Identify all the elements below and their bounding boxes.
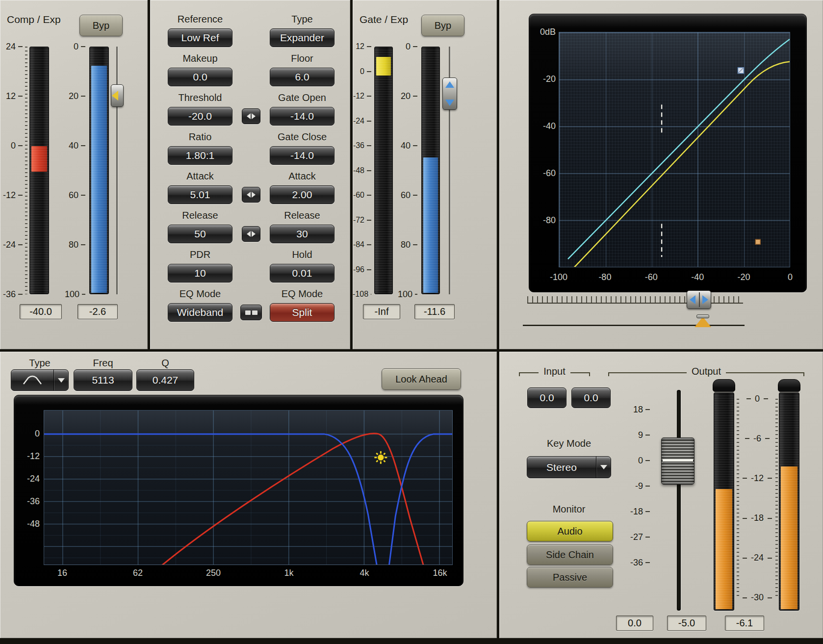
transfer-curve-yellow: [574, 62, 790, 267]
transfer-graph-frame: 0dB -20 -40 -60 -80 -100: [529, 14, 807, 292]
type-value-button[interactable]: Expander: [270, 28, 334, 47]
attack-link-button[interactable]: [242, 187, 260, 203]
gate-attack-value-button[interactable]: 2.00: [270, 185, 334, 204]
gate-exp-panel: Gate / Exp Byp 12 0 -12 -24 -36 -48 -60 …: [353, 0, 497, 349]
output-gain-readout: 0.0: [616, 616, 653, 631]
comp-release-value-button[interactable]: 50: [168, 225, 232, 243]
reference-value-button[interactable]: Low Ref: [168, 28, 232, 47]
hold-label: Hold: [270, 249, 334, 260]
gate-key-readout: -Inf: [363, 304, 400, 319]
key-mode-arrow-button[interactable]: [596, 457, 611, 478]
comp-threshold-arrow-icon: [112, 91, 118, 101]
transfer-position-handle-cap[interactable]: [696, 314, 709, 318]
io-panel: Input 0.0 0.0 Output Key Mode Stereo Mon…: [499, 352, 823, 638]
comp-gr-meter-fill: [31, 146, 47, 172]
link-left-arrow-icon: [247, 192, 251, 198]
link-right-arrow-icon: [252, 231, 256, 237]
link-left-arrow-icon: [247, 231, 251, 237]
release-link-button[interactable]: [242, 226, 260, 242]
threshold-value-button[interactable]: -20.0: [168, 107, 232, 126]
monitor-passive-button[interactable]: Passive: [527, 567, 613, 588]
gate-attack-label: Attack: [270, 171, 334, 182]
comp-threshold-readout: -40.0: [20, 304, 62, 319]
eq-x-axis: 16 62 250 1k 4k 16k: [48, 568, 455, 578]
ratio-label: Ratio: [168, 131, 232, 143]
output-meter-right-readout: -6.1: [725, 616, 764, 631]
input-gain-right-button[interactable]: 0.0: [571, 387, 611, 408]
monitor-side-chain-button[interactable]: Side Chain: [527, 544, 613, 565]
plugin-window: Comp / Exp Byp 24 12 0 -12 -24 -36 0 20 …: [0, 0, 823, 644]
comp-bypass-button[interactable]: Byp: [79, 15, 123, 36]
transfer-position-handle[interactable]: [694, 317, 711, 327]
comp-gr-scale: 24 12 0 -12 -24 -36: [1, 42, 23, 299]
comp-exp-title: Comp / Exp: [7, 14, 61, 26]
filter-type-dropdown[interactable]: [11, 369, 69, 391]
comp-eq-mode-button[interactable]: Wideband: [168, 303, 232, 322]
transfer-x-axis: -100 -80 -60 -40 -20 0: [544, 272, 805, 283]
gate-eq-mode-button[interactable]: Split: [270, 303, 334, 322]
eq-y-axis: 0 -12 -24 -36 -48: [18, 429, 40, 528]
output-fader-track[interactable]: [677, 390, 681, 611]
makeup-value-button[interactable]: 0.0: [168, 68, 232, 86]
comp-attack-label: Attack: [168, 171, 232, 182]
input-gain-left-button[interactable]: 0.0: [527, 387, 566, 408]
transfer-position-slider-track[interactable]: [523, 325, 745, 326]
output-meter-right: [779, 392, 799, 611]
reference-label: Reference: [168, 14, 232, 25]
gate-handle-down-arrow-icon: [445, 100, 454, 106]
gate-release-value-button[interactable]: 30: [270, 225, 334, 243]
output-label: Output: [687, 366, 726, 377]
output-meter-left-fill: [716, 489, 732, 609]
monitor-label: Monitor: [527, 504, 611, 515]
comp-gain-reduction-meter: [29, 47, 49, 294]
output-meter-right-fill: [781, 466, 797, 609]
sidechain-eq-panel: Type Freq 5113 Q 0.427 Look Ahead 0 -12 …: [0, 352, 497, 638]
comp-input-level-meter: [89, 47, 109, 294]
left-meter-cap: [713, 379, 735, 392]
freq-value-button[interactable]: 5113: [74, 369, 132, 391]
pdr-value-button[interactable]: 10: [168, 264, 232, 283]
meter-minor-ticks-left: [737, 399, 739, 598]
fader-center-line: [663, 459, 693, 462]
gate-threshold-slider-handle[interactable]: [442, 77, 457, 110]
input-label: Input: [539, 366, 570, 377]
comp-attack-value-button[interactable]: 5.01: [168, 185, 232, 204]
output-fader-scale: 18 9 0 -9 -18 -27 -36: [624, 405, 650, 567]
filter-type-arrow-button[interactable]: [53, 370, 68, 390]
range-right-arrow-icon: [702, 295, 708, 304]
transfer-range-handle[interactable]: [687, 290, 711, 309]
hold-value-button[interactable]: 0.01: [270, 264, 334, 283]
eq-curve-plot[interactable]: [44, 410, 453, 565]
transfer-curve-plot[interactable]: [559, 32, 790, 267]
key-mode-dropdown[interactable]: Stereo: [527, 456, 611, 478]
gate-level-meter-fill: [423, 157, 438, 293]
output-section-header: Output: [608, 368, 804, 380]
gate-eq-mode-label: EQ Mode: [270, 288, 334, 300]
comp-threshold-slider-track[interactable]: [116, 47, 118, 294]
gate-open-value-button[interactable]: -14.0: [270, 107, 334, 126]
output-fader-knob[interactable]: [661, 438, 694, 485]
transfer-floor-handle[interactable]: [755, 239, 760, 244]
eq-frequency-marker-sun[interactable]: [374, 451, 387, 464]
link-right-arrow-icon: [252, 192, 256, 198]
gate-close-value-button[interactable]: -14.0: [270, 146, 334, 165]
parameters-panel: Reference Low Ref Makeup 0.0 Threshold -…: [150, 0, 350, 349]
comp-gr-readout: -2.6: [77, 304, 118, 319]
threshold-link-button[interactable]: [242, 108, 260, 124]
gate-open-label: Gate Open: [270, 92, 334, 103]
floor-value-button[interactable]: 6.0: [270, 68, 334, 86]
look-ahead-button[interactable]: Look Ahead: [382, 368, 461, 390]
ratio-value-button[interactable]: 1.80:1: [168, 146, 232, 165]
q-label: Q: [136, 358, 194, 369]
eq-curves: [44, 411, 452, 565]
eq-split-icon: [252, 310, 257, 315]
q-value-button[interactable]: 0.427: [136, 369, 194, 391]
eq-mode-link-button[interactable]: [240, 305, 262, 320]
gate-bypass-button[interactable]: Byp: [421, 15, 464, 36]
comp-threshold-slider-handle[interactable]: [111, 84, 124, 107]
comp-release-label: Release: [168, 210, 232, 221]
gate-key-level-meter: [374, 47, 393, 294]
monitor-audio-button[interactable]: Audio: [527, 521, 613, 541]
gate-exp-title: Gate / Exp: [360, 14, 408, 26]
link-left-arrow-icon: [247, 113, 251, 119]
